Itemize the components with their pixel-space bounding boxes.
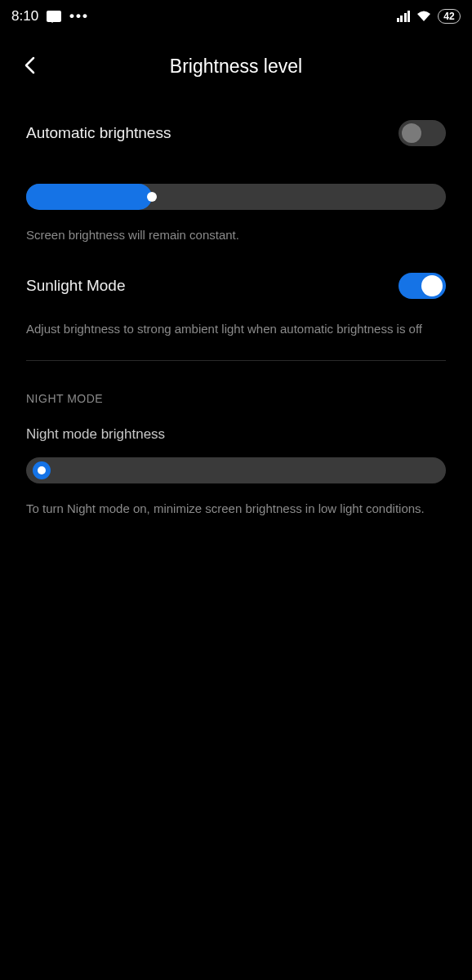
back-button[interactable]: [20, 56, 39, 75]
automatic-brightness-toggle[interactable]: [399, 120, 446, 146]
night-mode-slider[interactable]: [26, 457, 446, 483]
automatic-brightness-row: Automatic brightness: [26, 110, 446, 156]
sunlight-mode-row: Sunlight Mode: [26, 263, 446, 309]
night-mode-slider-thumb: [33, 461, 51, 479]
sunlight-mode-label: Sunlight Mode: [26, 277, 125, 295]
wifi-icon: [416, 11, 431, 22]
sunlight-mode-toggle[interactable]: [399, 273, 446, 299]
automatic-brightness-helper: Screen brightness will remain constant.: [26, 226, 446, 243]
brightness-slider[interactable]: [26, 184, 446, 210]
brightness-slider-thumb: [147, 192, 157, 202]
night-mode-brightness-label: Night mode brightness: [26, 426, 446, 443]
brightness-slider-fill: [26, 184, 152, 210]
notification-icon: [47, 11, 61, 22]
chevron-left-icon: [24, 56, 35, 74]
night-mode-section-header: NIGHT MODE: [26, 392, 446, 405]
header-bar: Brightness level: [0, 33, 472, 110]
night-mode-helper: To turn Night mode on, minimize screen b…: [26, 500, 446, 517]
battery-indicator: 42: [438, 9, 461, 24]
signal-icon: [397, 11, 411, 22]
page-title: Brightness level: [170, 56, 302, 78]
sunlight-mode-helper: Adjust brightness to strong ambient ligh…: [26, 320, 446, 337]
section-divider: [26, 360, 446, 361]
more-icon: •••: [69, 8, 89, 24]
status-bar: 8:10 ••• 42: [0, 0, 472, 33]
clock: 8:10: [11, 8, 38, 24]
automatic-brightness-label: Automatic brightness: [26, 124, 171, 142]
